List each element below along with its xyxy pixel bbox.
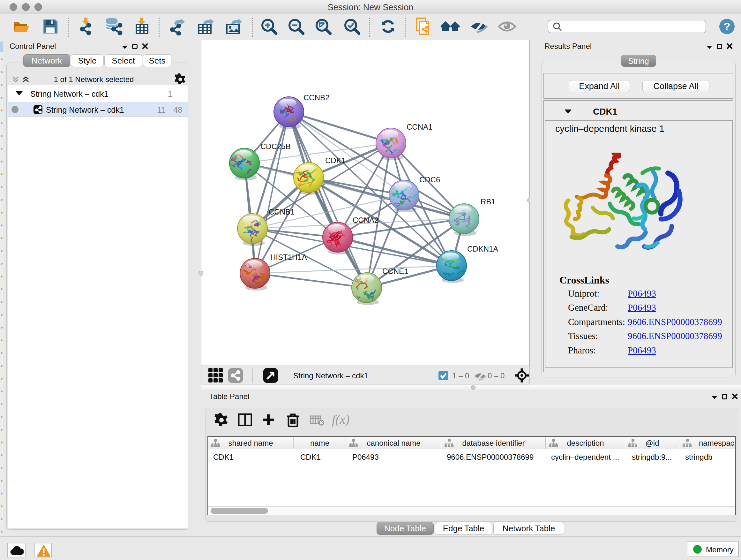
svg-text:CDK1: CDK1 (325, 156, 346, 165)
svg-text:?: ? (724, 20, 731, 32)
svg-text:CDC25B: CDC25B (260, 142, 291, 151)
svg-text:HIST1H1A: HIST1H1A (270, 253, 307, 261)
svg-text:CCNA2: CCNA2 (353, 216, 379, 225)
svg-text:CCNB1: CCNB1 (269, 207, 294, 216)
svg-text:RB1: RB1 (481, 197, 495, 206)
svg-text:CCNB2: CCNB2 (304, 93, 329, 102)
svg-text:CCNA1: CCNA1 (407, 123, 432, 131)
svg-text:CCNE1: CCNE1 (382, 267, 408, 275)
svg-text:CDC6: CDC6 (419, 175, 440, 184)
svg-text:CDKN1A: CDKN1A (467, 245, 498, 253)
